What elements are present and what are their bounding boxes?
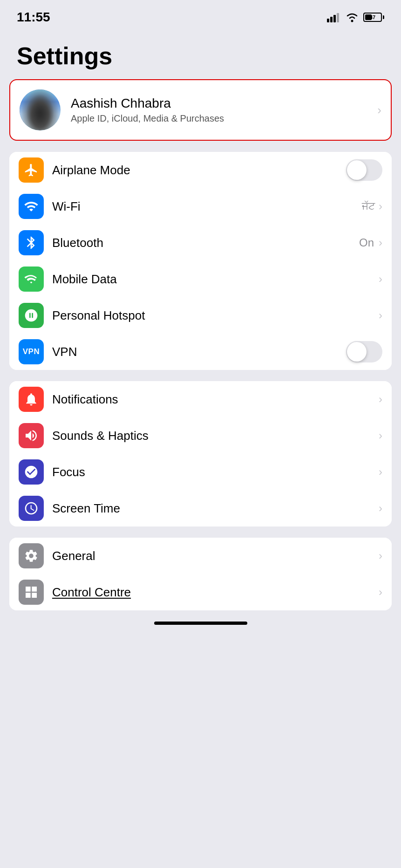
notifications-section: Notifications › Sounds & Haptics › Focus… (9, 381, 392, 526)
airplane-mode-label: Airplane Mode (52, 163, 346, 178)
personal-hotspot-chevron-icon: › (379, 309, 382, 322)
profile-info: Aashish Chhabra Apple ID, iCloud, Media … (71, 96, 367, 124)
screen-time-label: Screen Time (52, 501, 379, 516)
battery-icon: 47 (363, 13, 384, 22)
wifi-chevron-icon: › (379, 200, 382, 213)
notifications-icon (19, 387, 44, 412)
svg-rect-1 (330, 17, 333, 22)
vpn-toggle[interactable] (346, 341, 382, 362)
bluetooth-chevron-icon: › (379, 236, 382, 249)
profile-subtitle: Apple ID, iCloud, Media & Purchases (71, 113, 367, 124)
bluetooth-status: On (359, 236, 374, 249)
control-centre-icon (19, 580, 44, 605)
notifications-chevron-icon: › (379, 393, 382, 406)
sounds-haptics-chevron-icon: › (379, 429, 382, 442)
bluetooth-row[interactable]: Bluetooth On › (9, 225, 392, 261)
notifications-label: Notifications (52, 392, 379, 407)
personal-hotspot-icon (19, 303, 44, 328)
screen-time-row[interactable]: Screen Time › (9, 490, 392, 526)
sounds-haptics-icon (19, 423, 44, 448)
wifi-status-icon (346, 12, 359, 22)
screen-time-icon (19, 496, 44, 521)
notifications-row[interactable]: Notifications › (9, 381, 392, 417)
mobile-data-chevron-icon: › (379, 273, 382, 286)
general-label: General (52, 549, 379, 563)
control-centre-row[interactable]: Control Centre › (9, 574, 392, 610)
general-chevron-icon: › (379, 549, 382, 562)
wifi-row[interactable]: Wi-Fi ਜੱਟ › (9, 188, 392, 225)
signal-icon (327, 12, 341, 22)
general-section: General › Control Centre › (9, 538, 392, 610)
mobile-data-icon (19, 267, 44, 292)
mobile-data-label: Mobile Data (52, 272, 379, 287)
profile-name: Aashish Chhabra (71, 96, 367, 111)
svg-point-4 (351, 20, 353, 22)
airplane-mode-icon (19, 157, 44, 183)
bluetooth-label: Bluetooth (52, 236, 359, 250)
bluetooth-icon (19, 230, 44, 255)
airplane-mode-row[interactable]: Airplane Mode (9, 152, 392, 188)
status-icons: 47 (327, 12, 384, 22)
status-time: 11:55 (17, 10, 50, 25)
general-row[interactable]: General › (9, 538, 392, 574)
profile-card[interactable]: Aashish Chhabra Apple ID, iCloud, Media … (9, 79, 392, 141)
vpn-icon: VPN (19, 339, 44, 364)
avatar (20, 89, 61, 130)
focus-label: Focus (52, 465, 379, 479)
focus-icon (19, 459, 44, 485)
focus-row[interactable]: Focus › (9, 454, 392, 490)
screen-time-chevron-icon: › (379, 502, 382, 515)
connectivity-section: Airplane Mode Wi-Fi ਜੱਟ › Bluetooth On ›… (9, 152, 392, 370)
home-indicator (154, 622, 247, 625)
svg-rect-2 (333, 15, 336, 22)
page-title: Settings (0, 28, 401, 79)
wifi-icon (19, 194, 44, 219)
airplane-mode-toggle[interactable] (346, 159, 382, 181)
profile-chevron-icon: › (377, 103, 381, 117)
wifi-label: Wi-Fi (52, 199, 362, 214)
control-centre-label: Control Centre (52, 585, 379, 600)
status-bar: 11:55 47 (0, 0, 401, 28)
control-centre-chevron-icon: › (379, 586, 382, 599)
svg-rect-0 (327, 19, 329, 22)
sounds-haptics-label: Sounds & Haptics (52, 429, 379, 443)
sounds-haptics-row[interactable]: Sounds & Haptics › (9, 417, 392, 454)
general-icon (19, 543, 44, 568)
focus-chevron-icon: › (379, 465, 382, 478)
personal-hotspot-label: Personal Hotspot (52, 308, 379, 323)
wifi-network-name: ਜੱਟ (362, 200, 375, 212)
svg-rect-3 (337, 13, 339, 22)
vpn-row[interactable]: VPN VPN (9, 334, 392, 370)
vpn-label: VPN (52, 345, 346, 359)
personal-hotspot-row[interactable]: Personal Hotspot › (9, 297, 392, 334)
mobile-data-row[interactable]: Mobile Data › (9, 261, 392, 297)
